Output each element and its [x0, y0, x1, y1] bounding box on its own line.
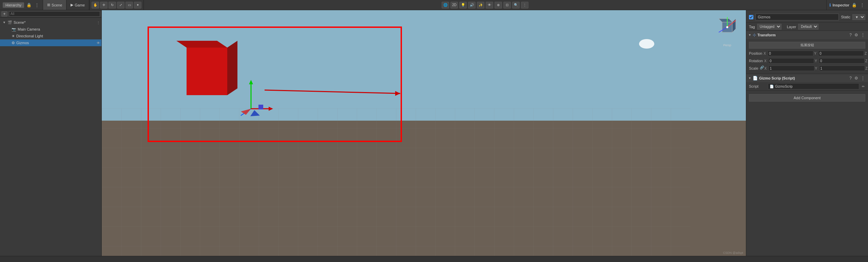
object-header: Static ▼: [746, 12, 868, 23]
center-panel: Persp CSDN @adspt: [102, 10, 746, 256]
script-doc-icon: 📄: [770, 85, 774, 88]
transform-more-btn[interactable]: ⋮: [860, 33, 866, 37]
search-scene-btn[interactable]: 🔍: [512, 2, 520, 8]
position-xyz: X Y Z: [764, 51, 868, 56]
rect-tool-btn[interactable]: ▭: [126, 2, 133, 8]
scale-lock-icon: 🔗: [760, 66, 764, 71]
rotation-row: Rotation X Y Z: [749, 57, 865, 64]
transform-help-btn[interactable]: ?: [848, 33, 853, 37]
rot-x-label: X: [764, 59, 768, 63]
svg-marker-7: [269, 107, 273, 111]
bottom-status: [0, 256, 868, 262]
pos-z-label: Z: [865, 52, 868, 55]
pos-y-input[interactable]: [818, 51, 864, 56]
scene-more-btn[interactable]: ⋮: [95, 21, 101, 24]
svg-marker-5: [249, 80, 253, 84]
scale-tool-btn[interactable]: ⤢: [117, 2, 124, 8]
persp-btn[interactable]: 🌐: [442, 2, 449, 8]
script-more-btn[interactable]: ⋮: [860, 76, 866, 81]
effects-btn[interactable]: ✨: [477, 2, 484, 8]
transform-header[interactable]: ▼ ⊹ Transform ? ⚙ ⋮: [746, 31, 868, 39]
layer-select[interactable]: Default: [798, 24, 818, 30]
gizmos-btn[interactable]: ⊕: [495, 2, 502, 8]
object-name-input[interactable]: [755, 14, 839, 20]
static-select[interactable]: ▼: [852, 14, 865, 20]
hierarchy-tab[interactable]: Hierarchy: [3, 2, 24, 8]
svg-marker-1: [187, 48, 227, 95]
script-row: Script 📄 GizmoScrip ✏: [746, 82, 868, 90]
audio-btn[interactable]: 🔊: [468, 2, 476, 8]
scale-x-input[interactable]: [769, 66, 814, 71]
expand-btn[interactable]: 拓展按钮: [749, 42, 865, 49]
svg-point-20: [726, 26, 728, 28]
add-component-btn[interactable]: Add Component: [749, 94, 865, 102]
transform-content: 拓展按钮 Position X Y: [746, 39, 868, 74]
more-scene-btn[interactable]: ⋮: [521, 2, 528, 8]
scene-root-icon: 🎬: [7, 20, 12, 25]
hierarchy-more-btn[interactable]: ⋮: [34, 3, 40, 7]
hierarchy-panel: + ▼ 🎬 Scene* ⋮ 📷 Main Camera ☀ Direction…: [0, 10, 102, 256]
inspector-lock-btn[interactable]: 🔒: [851, 3, 858, 7]
pos-x-input[interactable]: [768, 51, 813, 56]
script-settings-btn[interactable]: ⚙: [853, 76, 859, 81]
script-edit-btn[interactable]: ✏: [861, 85, 865, 88]
gizmos-eye-btn[interactable]: 👁: [95, 41, 101, 45]
object-active-checkbox[interactable]: [749, 15, 753, 19]
hidden-btn[interactable]: 👁: [486, 2, 493, 8]
gizmo-script-header[interactable]: ▼ 📄 Gizmo Scrip (Script) ? ⚙ ⋮: [746, 74, 868, 82]
rotation-xyz: X Y Z: [764, 58, 868, 64]
scale-y-input[interactable]: [819, 66, 865, 71]
script-help-btn[interactable]: ?: [848, 76, 853, 81]
tag-select[interactable]: Untagged: [757, 24, 782, 30]
rotate-tool-btn[interactable]: ↻: [109, 2, 116, 8]
scene-root-label: Scene*: [14, 20, 25, 24]
layer-label: Layer: [787, 25, 796, 29]
scale-row: Scale 🔗 X Y Z: [749, 65, 865, 72]
add-hierarchy-btn[interactable]: +: [1, 11, 7, 17]
svg-marker-2: [176, 41, 227, 48]
rot-x-input[interactable]: [768, 58, 814, 64]
scale-x-label: X: [765, 67, 768, 70]
light-btn[interactable]: 💡: [459, 2, 467, 8]
2d-btn[interactable]: 2D: [450, 2, 458, 8]
scene-tab-label: Scene: [52, 3, 62, 7]
camera-label: Main Camera: [18, 27, 40, 31]
script-name: GizmoScrip: [775, 85, 793, 88]
cloud: [639, 39, 654, 49]
hand-tool-btn[interactable]: ✋: [92, 2, 99, 8]
tag-label: Tag: [749, 25, 755, 29]
move-tool-btn[interactable]: ✛: [100, 2, 108, 8]
scene-game-section: ⊞ Scene ▶ Game: [43, 0, 90, 10]
inspector-tab-label: Inspector: [832, 3, 849, 7]
hierarchy-toolbar: +: [0, 10, 101, 18]
svg-marker-13: [395, 91, 400, 96]
gizmo-script-label: Gizmo Scrip (Script): [759, 76, 847, 80]
scene-tab[interactable]: ⊞ Scene: [43, 0, 66, 10]
gizmo-script-component: ▼ 📄 Gizmo Scrip (Script) ? ⚙ ⋮ Script 📄 …: [746, 74, 868, 91]
scale-z-field: Z: [866, 66, 868, 71]
custom-tool-btn[interactable]: ✦: [134, 2, 141, 8]
rotation-label: Rotation: [749, 59, 763, 63]
rot-y-input[interactable]: [819, 58, 865, 64]
inspector-content: Static ▼ Tag Untagged Layer Default ▼: [746, 10, 868, 256]
hierarchy-search-input[interactable]: [9, 11, 100, 17]
script-component-icon: 📄: [753, 76, 758, 81]
pos-x-field: X: [764, 51, 813, 56]
hierarchy-item-main-camera[interactable]: 📷 Main Camera: [0, 26, 101, 33]
script-arrow-icon: ▼: [748, 76, 751, 80]
pos-y-label: Y: [814, 52, 817, 55]
scene-root-item[interactable]: ▼ 🎬 Scene* ⋮: [0, 19, 101, 26]
inspector-more-btn[interactable]: ⋮: [859, 3, 865, 7]
red-cube-container: [173, 37, 241, 100]
transform-label: Transform: [757, 33, 847, 37]
scene-view[interactable]: Persp CSDN @adspt: [102, 10, 746, 256]
hierarchy-item-gizmos[interactable]: ⚙ Gizmos 👁: [0, 39, 101, 46]
hierarchy-item-directional-light[interactable]: ☀ Directional Light: [0, 33, 101, 39]
transform-settings-btn[interactable]: ⚙: [853, 33, 859, 37]
scale-y-label: Y: [815, 67, 818, 70]
game-tab[interactable]: ▶ Game: [66, 0, 89, 10]
light-icon: ☀: [12, 34, 15, 38]
layout-btn[interactable]: ⊡: [503, 2, 511, 8]
position-row: Position X Y Z: [749, 50, 865, 57]
hierarchy-lock-btn[interactable]: 🔒: [25, 3, 33, 7]
